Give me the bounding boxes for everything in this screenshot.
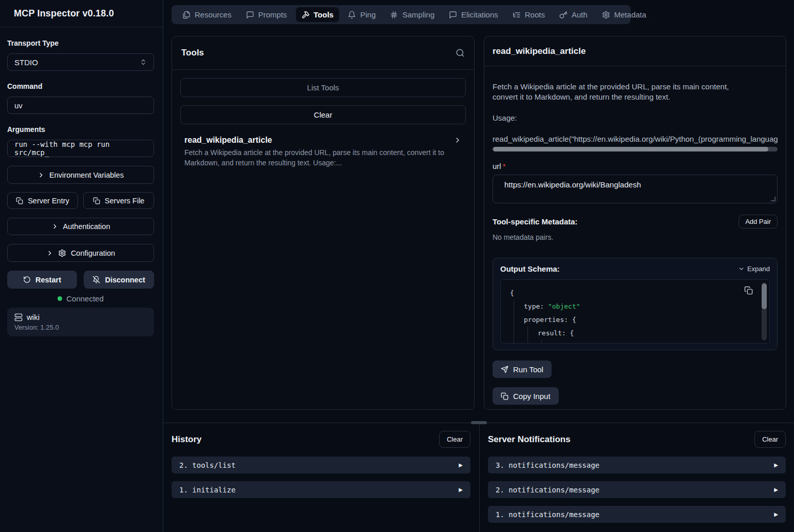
command-label: Command xyxy=(7,82,154,90)
transport-type-select[interactable]: STDIO xyxy=(7,53,154,71)
chevron-right-icon xyxy=(46,250,53,257)
arguments-value: run --with mcp mcp run src/mcp_ xyxy=(14,140,147,157)
history-section: History Clear 2. tools/list ▶ 1. initial… xyxy=(172,431,470,498)
environment-variables-button[interactable]: Environment Variables xyxy=(7,166,154,184)
command-input[interactable]: uv xyxy=(7,97,154,114)
servers-file-button[interactable]: Servers File xyxy=(83,192,154,209)
tool-detail-title: read_wikipedia_article xyxy=(493,46,585,56)
tab-sampling[interactable]: Sampling xyxy=(384,7,440,22)
clear-tools-button[interactable]: Clear xyxy=(180,105,466,124)
transport-type-value: STDIO xyxy=(14,58,38,67)
code-line: title: "Result" xyxy=(552,340,749,344)
required-asterisk: * xyxy=(503,162,506,170)
tab-label: Elicitations xyxy=(461,10,498,19)
chevrons-up-down-icon xyxy=(140,59,147,66)
no-metadata-text: No metadata pairs. xyxy=(493,233,778,241)
notification-row[interactable]: 3. notifications/message ▶ xyxy=(488,457,786,473)
tool-name: read_wikipedia_article xyxy=(184,136,272,145)
chevron-right-icon xyxy=(51,223,59,230)
configuration-button[interactable]: Configuration xyxy=(7,244,154,262)
copy-code-icon[interactable] xyxy=(744,286,753,295)
tab-label: Metadata xyxy=(614,10,647,19)
tab-ping[interactable]: Ping xyxy=(342,7,381,22)
server-icon xyxy=(14,313,23,321)
play-icon: ▶ xyxy=(459,462,463,468)
tool-detail-panel: read_wikipedia_article Fetch a Wikipedia… xyxy=(484,36,786,410)
arguments-input[interactable]: run --with mcp mcp run src/mcp_ xyxy=(7,140,154,157)
run-tool-button[interactable]: Run Tool xyxy=(493,360,552,378)
server-card: wiki Version: 1.25.0 xyxy=(7,308,154,336)
usage-horizontal-scrollbar[interactable] xyxy=(493,147,778,151)
tab-label: Resources xyxy=(195,10,232,19)
clear-tools-label: Clear xyxy=(314,110,332,119)
server-entry-button[interactable]: Server Entry xyxy=(7,192,78,209)
tab-resources[interactable]: Resources xyxy=(177,7,237,22)
add-pair-button[interactable]: Add Pair xyxy=(739,215,778,229)
chevron-right-icon xyxy=(453,136,462,144)
tab-label: Tools xyxy=(314,10,334,19)
scrollbar-thumb[interactable] xyxy=(762,283,767,309)
tab-label: Auth xyxy=(572,10,588,19)
code-line: result: { xyxy=(538,327,749,340)
play-icon: ▶ xyxy=(774,511,778,517)
tab-label: Ping xyxy=(360,10,375,19)
gear-icon xyxy=(602,11,610,19)
restart-button[interactable]: Restart xyxy=(7,271,77,289)
notification-row-label: 2. notifications/message xyxy=(496,486,599,494)
copy-icon xyxy=(16,197,23,204)
code-vertical-scrollbar[interactable] xyxy=(762,282,767,340)
list-tools-label: List Tools xyxy=(307,83,339,92)
server-notifications-section: Server Notifications Clear 3. notificati… xyxy=(488,431,786,523)
description-line: Fetch a Wikipedia article at the provide… xyxy=(493,82,778,92)
top-nav: Resources Prompts Tools Ping Sampling El… xyxy=(172,5,631,24)
scrollbar-thumb[interactable] xyxy=(493,147,768,151)
notification-row[interactable]: 2. notifications/message ▶ xyxy=(488,481,786,498)
tab-tools[interactable]: Tools xyxy=(296,7,339,22)
bell-icon xyxy=(348,11,356,19)
notification-row-label: 3. notifications/message xyxy=(496,461,599,469)
play-icon: ▶ xyxy=(459,487,463,492)
tab-roots[interactable]: Roots xyxy=(507,7,551,22)
server-notifications-title: Server Notifications xyxy=(488,434,571,445)
copy-icon xyxy=(93,197,100,204)
files-icon xyxy=(182,11,191,19)
code-line: properties: { xyxy=(524,313,749,327)
tab-auth[interactable]: Auth xyxy=(554,7,593,22)
key-icon xyxy=(559,11,568,19)
authentication-button[interactable]: Authentication xyxy=(7,218,154,235)
tab-metadata[interactable]: Metadata xyxy=(596,7,652,22)
environment-variables-label: Environment Variables xyxy=(49,171,124,179)
output-schema-card: Output Schema: Expand { type: "object" p… xyxy=(493,258,778,350)
history-row[interactable]: 1. initialize ▶ xyxy=(172,481,470,498)
tab-label: Prompts xyxy=(258,10,287,19)
server-name: wiki xyxy=(27,313,40,321)
notification-row[interactable]: 1. notifications/message ▶ xyxy=(488,506,786,523)
description-line: convert it to Markdown, and return the r… xyxy=(493,92,778,102)
history-row[interactable]: 2. tools/list ▶ xyxy=(172,457,470,473)
clear-history-button[interactable]: Clear xyxy=(439,431,470,448)
tool-list-item[interactable]: read_wikipedia_article Fetch a Wikipedia… xyxy=(184,136,462,168)
connection-status: Connected xyxy=(7,294,154,303)
chevron-down-icon xyxy=(738,265,745,272)
tab-prompts[interactable]: Prompts xyxy=(240,7,293,22)
url-field-label-row: url* xyxy=(493,162,778,170)
copy-icon xyxy=(501,392,508,400)
code-line: { xyxy=(510,287,749,300)
list-tools-button[interactable]: List Tools xyxy=(180,78,466,97)
resize-handle[interactable] xyxy=(770,196,776,201)
disconnect-button[interactable]: Disconnect xyxy=(84,271,154,289)
copy-input-button[interactable]: Copy Input xyxy=(493,387,559,405)
search-icon[interactable] xyxy=(456,48,465,58)
rotate-ccw-icon xyxy=(23,276,31,283)
expand-button[interactable]: Expand xyxy=(738,265,770,273)
clear-notifications-button[interactable]: Clear xyxy=(754,431,786,448)
tab-elicitations[interactable]: Elicitations xyxy=(443,7,504,22)
code-line: type: "object" xyxy=(524,300,749,313)
url-input[interactable]: https://en.wikipedia.org/wiki/Bangladesh xyxy=(493,175,778,203)
configuration-label: Configuration xyxy=(71,249,115,257)
sidebar: MCP Inspector v0.18.0 Transport Type STD… xyxy=(0,0,163,532)
output-schema-code: { type: "object" properties: { result: {… xyxy=(500,279,770,344)
history-row-label: 1. initialize xyxy=(179,486,236,494)
server-entry-label: Server Entry xyxy=(28,197,69,205)
chevron-right-icon xyxy=(37,172,45,179)
